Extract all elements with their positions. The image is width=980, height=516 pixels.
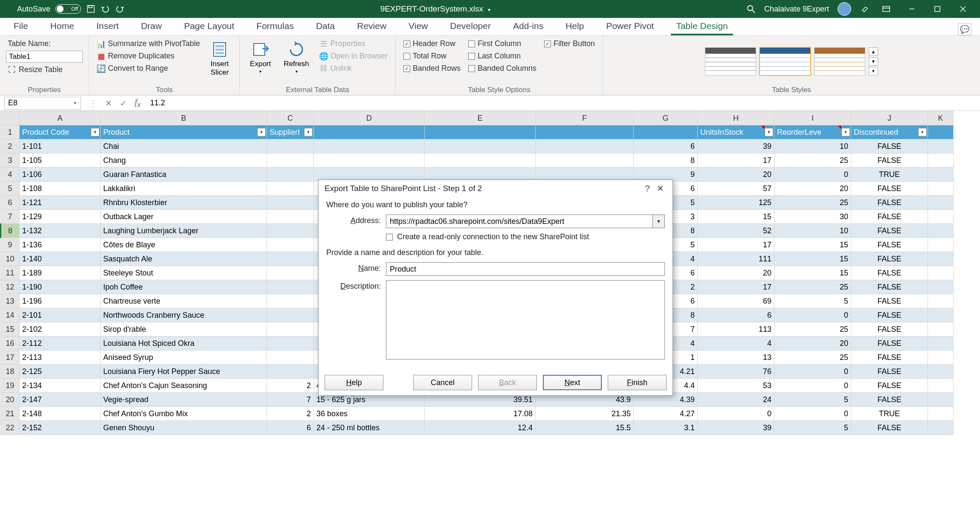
cell[interactable]: Laughing Lumberjack Lager <box>101 224 267 238</box>
share-icon[interactable]: 💬 <box>958 23 971 35</box>
column-header[interactable]: H <box>698 111 774 125</box>
cell[interactable] <box>928 407 954 421</box>
cell[interactable] <box>928 224 954 238</box>
cell[interactable] <box>267 308 314 322</box>
cell[interactable] <box>267 336 314 351</box>
user-avatar-icon[interactable] <box>838 2 851 16</box>
row-header[interactable]: 2 <box>1 139 20 154</box>
cell[interactable]: Lakkalikri <box>101 182 267 196</box>
table-column-header[interactable] <box>928 125 954 139</box>
column-header[interactable]: G <box>634 111 698 125</box>
cell[interactable]: FALSE <box>851 308 928 322</box>
cell[interactable]: 0 <box>698 407 774 421</box>
cell[interactable]: 17 <box>698 238 774 252</box>
cell[interactable]: 10 <box>774 224 851 238</box>
cell[interactable] <box>928 351 954 365</box>
title-dropdown-icon[interactable]: ▾ <box>488 7 490 13</box>
cell[interactable]: FALSE <box>851 336 928 351</box>
resize-table-button[interactable]: ⛶ Resize Table <box>6 64 83 75</box>
cell[interactable]: 2 <box>267 407 314 421</box>
cell[interactable]: 52 <box>698 224 774 238</box>
accept-formula-icon[interactable]: ✓ <box>120 98 127 108</box>
cell[interactable] <box>267 210 314 224</box>
cell[interactable]: FALSE <box>851 139 928 154</box>
column-header[interactable]: I <box>774 111 851 125</box>
cell[interactable]: 15 <box>774 266 851 280</box>
tab-help[interactable]: Help <box>560 17 589 35</box>
cell[interactable]: 1-132 <box>20 224 101 238</box>
close-icon[interactable] <box>954 3 971 15</box>
readonly-checkbox[interactable]: Create a read-only connection to the new… <box>386 232 665 241</box>
tab-add-ins[interactable]: Add-ins <box>508 17 548 35</box>
tab-insert[interactable]: Insert <box>91 17 124 35</box>
row-header[interactable]: 3 <box>1 154 20 168</box>
cell[interactable] <box>425 139 536 154</box>
cell[interactable]: 1-106 <box>20 168 101 182</box>
cell[interactable] <box>928 294 954 308</box>
cell[interactable]: FALSE <box>851 266 928 280</box>
row-header[interactable]: 17 <box>1 351 20 365</box>
cell[interactable]: 7 <box>267 393 314 407</box>
table-column-header[interactable]: Discontinued▼ <box>851 125 928 139</box>
row-header[interactable]: 13 <box>1 294 20 308</box>
cell[interactable]: FALSE <box>851 280 928 294</box>
cell[interactable] <box>425 154 536 168</box>
cell[interactable]: 0 <box>774 407 851 421</box>
cell[interactable] <box>928 379 954 393</box>
cell[interactable]: 1-101 <box>20 139 101 154</box>
cell[interactable]: 30 <box>774 210 851 224</box>
tab-file[interactable]: File <box>9 17 33 35</box>
cell[interactable]: Genen Shouyu <box>101 421 267 435</box>
cell[interactable]: 2-102 <box>20 322 101 336</box>
select-all-corner[interactable] <box>1 111 20 125</box>
tab-draw[interactable]: Draw <box>136 17 167 35</box>
cell[interactable] <box>267 139 314 154</box>
cell[interactable]: 5 <box>774 421 851 435</box>
help-icon[interactable]: ? <box>641 184 654 194</box>
cell[interactable]: Steeleye Stout <box>101 266 267 280</box>
table-column-header[interactable]: SupplierI▼ <box>267 125 314 139</box>
cell[interactable]: 25 <box>774 322 851 336</box>
tab-home[interactable]: Home <box>45 17 79 35</box>
cell[interactable]: 4.27 <box>634 407 698 421</box>
tab-review[interactable]: Review <box>352 17 391 35</box>
coming-soon-icon[interactable] <box>860 4 869 14</box>
cell[interactable]: 1-189 <box>20 266 101 280</box>
close-icon[interactable]: ✕ <box>654 183 667 194</box>
cell[interactable]: 25 <box>774 351 851 365</box>
cell[interactable]: 6 <box>634 139 698 154</box>
tab-formulas[interactable]: Formulas <box>251 17 299 35</box>
cell[interactable] <box>928 421 954 435</box>
name-input[interactable] <box>386 262 665 276</box>
table-name-input[interactable] <box>6 51 83 63</box>
table-style-option[interactable] <box>705 47 756 75</box>
cell[interactable]: 2-152 <box>20 421 101 435</box>
cell[interactable]: Chai <box>101 139 267 154</box>
tab-data[interactable]: Data <box>311 17 340 35</box>
cell[interactable] <box>928 196 954 210</box>
cell[interactable]: 53 <box>698 379 774 393</box>
cell[interactable]: 111 <box>698 252 774 266</box>
cell[interactable] <box>267 252 314 266</box>
cell[interactable]: 12.4 <box>425 421 536 435</box>
cell[interactable]: 5 <box>774 294 851 308</box>
tab-table-design[interactable]: Table Design <box>671 17 733 35</box>
cell[interactable] <box>536 139 634 154</box>
row-header[interactable]: 12 <box>1 280 20 294</box>
gallery-up-icon[interactable]: ▲ <box>869 47 878 56</box>
next-button[interactable]: Next <box>543 375 602 390</box>
cell[interactable]: Aniseed Syrup <box>101 351 267 365</box>
table-column-header[interactable]: UnitsInStock▼ <box>698 125 774 139</box>
refresh-button[interactable]: Refresh ▾ <box>279 38 313 75</box>
row-header[interactable]: 5 <box>1 182 20 196</box>
cell[interactable] <box>928 266 954 280</box>
column-header[interactable]: F <box>536 111 634 125</box>
cell[interactable]: 0 <box>774 168 851 182</box>
cell[interactable]: 15.5 <box>536 421 634 435</box>
cell[interactable]: 1-190 <box>20 280 101 294</box>
cell[interactable]: 6 <box>698 308 774 322</box>
cell[interactable]: 1-129 <box>20 210 101 224</box>
cell[interactable]: 2-125 <box>20 365 101 379</box>
cell[interactable]: 8 <box>634 154 698 168</box>
row-header[interactable]: 16 <box>1 336 20 351</box>
